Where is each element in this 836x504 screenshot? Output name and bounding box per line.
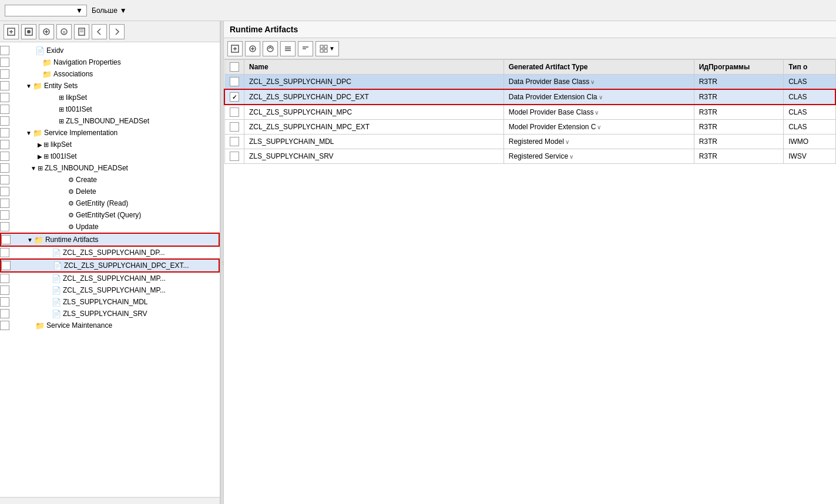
left-btn-1[interactable] — [4, 24, 19, 39]
checkbox-ra-dpc[interactable] — [0, 248, 9, 257]
header-artifact-type[interactable]: Generated Artifact Type — [503, 60, 694, 75]
checkbox-t001iset2[interactable] — [0, 152, 9, 161]
tree-item-exidv[interactable]: 📄 Exidv — [0, 45, 220, 56]
left-btn-2[interactable] — [21, 24, 36, 39]
table-row[interactable]: ✓ZCL_ZLS_SUPPLYCHAIN_DPC_EXTData Provide… — [224, 89, 835, 105]
row-artifact-type[interactable]: Model Provider Base Class∨ — [503, 105, 694, 120]
row-checkbox[interactable]: ✓ — [224, 89, 244, 105]
header-name[interactable]: Name — [244, 60, 504, 75]
row-artifact-type[interactable]: Data Provider Extension Cla∨ — [503, 89, 694, 105]
checkbox-associations[interactable] — [0, 69, 9, 79]
row-id-programmy: R3TR — [694, 89, 783, 105]
tree-item-t001iset2[interactable]: ▶ ⊞ t001ISet — [0, 150, 220, 162]
header-checkbox[interactable] — [224, 60, 244, 75]
row-tip-o: IWSV — [784, 149, 835, 164]
right-btn-1[interactable] — [227, 41, 243, 56]
left-btn-back[interactable] — [92, 24, 107, 39]
checkbox-likpset2[interactable] — [0, 140, 9, 149]
left-btn-3[interactable] — [39, 24, 54, 39]
table-row[interactable]: ZCL_ZLS_SUPPLYCHAIN_DPCData Provider Bas… — [224, 75, 835, 90]
header-id-programmy[interactable]: ИдПрограммы — [694, 60, 783, 75]
tree-item-zls-inbound[interactable]: ⊞ ZLS_INBOUND_HEADSet — [0, 115, 220, 127]
checkbox-nav-props[interactable] — [0, 58, 9, 67]
table-row[interactable]: ZLS_SUPPLYCHAIN_MDLRegistered Model∨R3TR… — [224, 135, 835, 149]
tree-item-runtime-artifacts[interactable]: ▼ 📁 Runtime Artifacts — [0, 233, 220, 247]
entity-icon-t001iset2: ⊞ — [43, 153, 49, 160]
tree-item-getentityset[interactable]: ⚙ GetEntitySet (Query) — [0, 209, 220, 221]
checkbox-ra-dpc-ext[interactable] — [1, 261, 11, 270]
tree-item-ra-dpc[interactable]: 📄 ZCL_ZLS_SUPPLYCHAIN_DP... — [0, 247, 220, 258]
checkbox-service-impl[interactable] — [0, 128, 9, 137]
toolbar-dropdown[interactable]: ▼ — [5, 5, 87, 16]
tree-item-ra-mpc-ext[interactable]: 📄 ZCL_ZLS_SUPPLYCHAIN_MP... — [0, 284, 220, 296]
checkbox-service-maint[interactable] — [0, 321, 9, 330]
checkbox-getentity[interactable] — [0, 199, 9, 208]
row-checkbox[interactable] — [224, 75, 244, 90]
checkbox-zls-inbound[interactable] — [0, 116, 9, 126]
left-btn-page[interactable] — [74, 24, 89, 39]
tree-item-create[interactable]: ⚙ Create — [0, 174, 220, 186]
checkbox-ra-mpc-ext[interactable] — [0, 285, 9, 295]
checkbox-zls-head[interactable] — [0, 163, 9, 173]
artifact-type-dropdown-icon[interactable]: ∨ — [599, 94, 603, 100]
checkbox-entity-sets[interactable] — [0, 81, 9, 90]
tree-item-likpset2[interactable]: ▶ ⊞ likpSet — [0, 139, 220, 150]
right-btn-4[interactable] — [280, 41, 296, 56]
artifact-type-dropdown-icon[interactable]: ∨ — [597, 124, 601, 130]
tree-label-getentityset: GetEntitySet (Query) — [76, 211, 141, 219]
artifact-type-dropdown-icon[interactable]: ∨ — [565, 139, 569, 145]
left-scrollbar[interactable] — [0, 497, 220, 504]
more-button[interactable]: Больше ▼ — [92, 6, 127, 15]
tree-item-zls-head[interactable]: ▼ ⊞ ZLS_INBOUND_HEADSet — [0, 162, 220, 174]
right-btn-grid[interactable]: ▼ — [315, 41, 339, 56]
artifact-type-dropdown-icon[interactable]: ∨ — [595, 109, 599, 116]
artifact-type-dropdown-icon[interactable]: ∨ — [569, 153, 573, 160]
table-row[interactable]: ZCL_ZLS_SUPPLYCHAIN_MPC_EXTModel Provide… — [224, 120, 835, 135]
right-btn-3[interactable] — [263, 41, 278, 56]
checkbox-runtime-artifacts[interactable] — [1, 235, 11, 244]
right-btn-2[interactable] — [245, 41, 260, 56]
row-artifact-type[interactable]: Registered Service∨ — [503, 149, 694, 164]
tree-item-t001iset[interactable]: ⊞ t001ISet — [0, 103, 220, 115]
checkbox-t001iset[interactable] — [0, 105, 9, 114]
tree-item-service-maint[interactable]: 📁 Service Maintenance — [0, 320, 220, 331]
tree-item-service-impl[interactable]: ▼ 📁 Service Implementation — [0, 127, 220, 139]
checkbox-ra-mpc[interactable] — [0, 274, 9, 283]
tree-item-ra-mdl[interactable]: 📄 ZLS_SUPPLYCHAIN_MDL — [0, 296, 220, 308]
checkbox-exidv[interactable] — [0, 46, 9, 55]
tree-item-entity-sets[interactable]: ▼ 📁 Entity Sets — [0, 80, 220, 92]
header-tip-o[interactable]: Тип о — [784, 60, 835, 75]
right-btn-5[interactable] — [298, 41, 313, 56]
tree-item-associations[interactable]: 📁 Associations — [0, 68, 220, 80]
checkbox-delete[interactable] — [0, 187, 9, 196]
checkbox-ra-mdl[interactable] — [0, 297, 9, 307]
checkbox-getentityset[interactable] — [0, 210, 9, 220]
row-id-programmy: R3TR — [694, 75, 783, 90]
row-artifact-type[interactable]: Data Provider Base Class∨ — [503, 75, 694, 90]
row-checkbox[interactable] — [224, 135, 244, 149]
table-row[interactable]: ZCL_ZLS_SUPPLYCHAIN_MPCModel Provider Ba… — [224, 105, 835, 120]
tree-item-likpset[interactable]: ⊞ likpSet — [0, 92, 220, 103]
row-checkbox[interactable] — [224, 105, 244, 120]
checkbox-likpset[interactable] — [0, 93, 9, 102]
row-checkbox[interactable] — [224, 149, 244, 164]
row-checkbox[interactable] — [224, 120, 244, 135]
checkbox-create[interactable] — [0, 175, 9, 184]
tree-item-ra-mpc[interactable]: 📄 ZCL_ZLS_SUPPLYCHAIN_MP... — [0, 273, 220, 284]
checkbox-ra-srv[interactable] — [0, 309, 9, 318]
tree-item-nav-props[interactable]: 📁 Navigation Properties — [0, 56, 220, 68]
tree-item-ra-srv[interactable]: 📄 ZLS_SUPPLYCHAIN_SRV — [0, 308, 220, 320]
row-artifact-type[interactable]: Registered Model∨ — [503, 135, 694, 149]
tree-item-delete[interactable]: ⚙ Delete — [0, 186, 220, 197]
checkbox-update[interactable] — [0, 222, 9, 231]
folder-icon-nav: 📁 — [42, 58, 52, 67]
left-btn-forward[interactable] — [109, 24, 125, 39]
tree-item-update[interactable]: ⚙ Update — [0, 221, 220, 233]
tree-item-getentity[interactable]: ⚙ GetEntity (Read) — [0, 197, 220, 209]
tree-item-ra-dpc-ext[interactable]: 📄 ZCL_ZLS_SUPPLYCHAIN_DPC_EXT... — [0, 258, 220, 273]
artifact-type-dropdown-icon[interactable]: ∨ — [590, 79, 595, 85]
tree-label-associations: Associations — [53, 70, 93, 78]
table-row[interactable]: ZLS_SUPPLYCHAIN_SRVRegistered Service∨R3… — [224, 149, 835, 164]
row-artifact-type[interactable]: Model Provider Extension C∨ — [503, 120, 694, 135]
left-btn-4[interactable]: ≡ — [56, 24, 72, 39]
